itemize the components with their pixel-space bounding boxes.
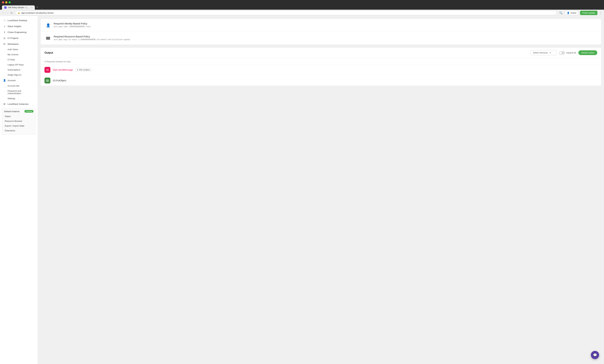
svg-rect-3	[47, 37, 47, 39]
sidebar-child-ci-keys[interactable]: CI Keys	[0, 57, 38, 62]
new-tab-button[interactable]: +	[35, 5, 40, 10]
policies-card: 👤 Required Identity-Based Policy arn:aws…	[40, 19, 601, 45]
sidebar-item-workspace[interactable]: ⊟ Workspace	[0, 41, 38, 47]
traffic-light-green[interactable]	[9, 1, 11, 3]
sidebar-child-my-license[interactable]: My License	[0, 52, 38, 57]
tab-close-button[interactable]: ✕	[31, 7, 33, 9]
traffic-light-yellow[interactable]	[5, 1, 7, 3]
browser-tab-active[interactable]: IAM Policy Stream - LocalSta... ✕	[2, 5, 35, 10]
instance-child-status[interactable]: Status	[4, 114, 34, 119]
sidebar-label-ci-projects: CI Projects	[8, 37, 18, 39]
chaos-icon: ℹ	[3, 31, 6, 34]
resource-policy-arn: arn:aws:sqs:us-east-1:000000000000:s3-ev…	[54, 38, 130, 41]
resource-icon	[45, 36, 51, 41]
sidebar-item-stack-insights[interactable]: ◇ Stack Insights	[0, 23, 38, 29]
finish-update-button[interactable]: Finish update	[580, 11, 597, 15]
lock-icon: 🔒	[18, 12, 20, 14]
sqs-request-name: SQS.SendMessage	[53, 69, 73, 71]
request-item-s3[interactable]: S3.PutObject	[40, 75, 601, 86]
traffic-light-red[interactable]	[2, 1, 4, 3]
sidebar-item-chaos-engineering[interactable]: ℹ Chaos Engineering	[0, 29, 38, 35]
sidebar-label-account: Account	[8, 79, 16, 82]
sidebar-item-ci-projects[interactable]: ◎ CI Projects	[0, 35, 38, 41]
chat-icon: 💬	[593, 353, 597, 357]
s3-request-name: S3.PutObject	[53, 79, 66, 82]
desktop-icon: □	[3, 19, 6, 22]
guest-button[interactable]: 👤 Guest	[565, 11, 579, 15]
sidebar-child-legacy-api-keys[interactable]: Legacy API Keys	[0, 62, 38, 67]
default-instance-card: Default Instance running Status Resource…	[2, 108, 36, 135]
sidebar-child-subscriptions[interactable]: Subscriptions	[0, 67, 38, 72]
stream-active-button[interactable]: Stream active	[579, 50, 597, 55]
identity-policy-arn: arn:aws:iam::000000000000:root	[54, 25, 91, 28]
identity-policy-info: Required Identity-Based Policy arn:aws:i…	[54, 22, 91, 28]
instance-card-header: Default Instance running	[4, 110, 34, 113]
sidebar-child-password-auth[interactable]: Password and Authentication	[0, 88, 38, 96]
svg-rect-1	[46, 38, 50, 38]
browser-chrome: IAM Policy Stream - LocalSta... ✕ + ⌄	[0, 0, 604, 10]
request-item-sqs[interactable]: SQ SQS.SendMessage ℹ IAM violation	[40, 64, 601, 75]
tab-favicon	[4, 6, 7, 9]
expand-all-label: expand all	[566, 51, 576, 54]
password-auth-label: Password and Authentication	[8, 90, 21, 95]
tab-title: IAM Policy Stream - LocalSta...	[8, 6, 29, 9]
tab-bar: IAM Policy Stream - LocalSta... ✕ + ⌄	[2, 5, 602, 10]
guest-icon: 👤	[567, 12, 569, 14]
sidebar-label-chaos-engineering: Chaos Engineering	[8, 31, 26, 34]
select-services-label: Select Services	[533, 51, 548, 54]
search-button[interactable]: 🔍	[559, 11, 563, 15]
instance-child-resource-browser[interactable]: Resource Browser	[4, 119, 34, 123]
chat-bubble-button[interactable]: 💬	[591, 351, 599, 359]
s3-service-icon	[44, 78, 50, 84]
sidebar-child-single-sign-on[interactable]: Single Sign-on	[0, 72, 38, 77]
instances-icon: ⊞	[3, 102, 6, 105]
forward-button[interactable]: ›	[6, 11, 9, 15]
workspace-icon: ⊟	[3, 42, 6, 45]
sidebar-item-localstack-instances[interactable]: ⊞ LocalStack Instances	[0, 101, 38, 107]
instance-child-extensions[interactable]: Extensions	[4, 128, 34, 133]
dropdown-arrow-icon: ▼	[549, 52, 551, 54]
sidebar-label-workspace: Workspace	[8, 43, 19, 45]
auth-token-label: Auth Token	[8, 48, 18, 51]
svg-text:SQ: SQ	[46, 69, 49, 71]
sidebar-child-auth-token[interactable]: Auth Token	[0, 47, 38, 52]
resource-policy-info: Required Resource-Based Policy arn:aws:s…	[54, 35, 130, 41]
address-bar[interactable]: 🔒 app.localstack.cloud/policy-stream	[15, 11, 557, 15]
sqs-service-icon: SQ	[44, 67, 50, 73]
sidebar-label-stack-insights: Stack Insights	[8, 25, 21, 27]
instance-name: Default Instance	[4, 110, 20, 113]
main-content: 👤 Required Identity-Based Policy arn:aws…	[38, 16, 604, 364]
identity-policy-item: 👤 Required Identity-Based Policy arn:aws…	[40, 19, 601, 32]
requests-summary: 2 Requests (newest on top)	[40, 58, 601, 64]
identity-icon: 👤	[45, 23, 51, 28]
sidebar-label-localstack-desktop: LocalStack Desktop	[8, 19, 27, 22]
sidebar: □ LocalStack Desktop ◇ Stack Insights ℹ …	[0, 16, 38, 364]
sidebar-item-account[interactable]: 👤 Account	[0, 77, 38, 83]
traffic-lights	[2, 1, 602, 3]
select-services-dropdown[interactable]: Select Services ▼	[530, 50, 557, 55]
sidebar-item-localstack-desktop[interactable]: □ LocalStack Desktop	[0, 17, 38, 23]
back-button[interactable]: ‹	[2, 11, 5, 15]
iam-violation-badge: ℹ IAM violation	[75, 68, 92, 72]
nav-arrows: ‹ › ↻	[2, 11, 14, 15]
ci-keys-label: CI Keys	[8, 58, 15, 61]
settings-label: Settings	[8, 97, 15, 100]
output-card: Output Select Services ▼ expand all Stre…	[40, 47, 601, 86]
svg-point-8	[46, 81, 49, 82]
sidebar-child-account-info[interactable]: Account Info	[0, 83, 38, 88]
iam-badge-icon: ℹ	[77, 69, 78, 71]
expand-button[interactable]: ⌄	[40, 6, 44, 10]
sidebar-child-settings[interactable]: Settings	[0, 96, 38, 101]
instance-child-export-import[interactable]: Export / Import State	[4, 123, 34, 128]
app-container: □ LocalStack Desktop ◇ Stack Insights ℹ …	[0, 16, 604, 364]
iam-violation-label: IAM violation	[79, 69, 90, 71]
nav-right: 🔍 👤 Guest Finish update ⋮	[559, 11, 602, 15]
stack-insights-icon: ◇	[3, 25, 6, 28]
svg-rect-0	[46, 37, 50, 37]
more-options-button[interactable]: ⋮	[599, 11, 602, 15]
refresh-button[interactable]: ↻	[10, 11, 14, 15]
expand-all-switch[interactable]	[559, 51, 565, 54]
account-info-label: Account Info	[8, 85, 19, 87]
running-badge: running	[25, 110, 34, 113]
subscriptions-label: Subscriptions	[8, 69, 20, 71]
